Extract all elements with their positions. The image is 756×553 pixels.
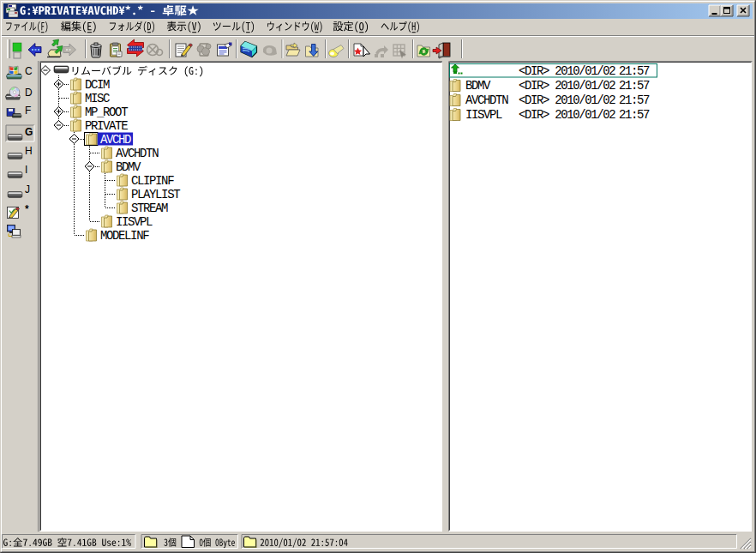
svg-text:BDMV: BDMV bbox=[116, 160, 141, 174]
svg-text:AVCHDTN: AVCHDTN bbox=[465, 93, 508, 107]
svg-text:MISC: MISC bbox=[85, 92, 110, 105]
svg-text:J: J bbox=[25, 183, 30, 195]
svg-text:<DIR> 2010/01/02: <DIR> 2010/01/02 bbox=[519, 64, 615, 78]
svg-text:MP_ROOT: MP_ROOT bbox=[85, 105, 128, 119]
svg-text:*: * bbox=[25, 203, 29, 215]
svg-text:<DIR> 2010/01/02: <DIR> 2010/01/02 bbox=[519, 108, 615, 122]
svg-text:C: C bbox=[25, 65, 33, 77]
svg-text:<DIR> 2010/01/02: <DIR> 2010/01/02 bbox=[519, 93, 615, 107]
svg-text:F: F bbox=[25, 105, 31, 117]
svg-text:CLIPINF: CLIPINF bbox=[131, 174, 174, 188]
svg-text:PLAYLIST: PLAYLIST bbox=[131, 188, 180, 201]
svg-text:AVCHD: AVCHD bbox=[100, 133, 131, 147]
svg-text:I: I bbox=[25, 164, 27, 176]
svg-text:<DIR> 2010/01/02: <DIR> 2010/01/02 bbox=[519, 79, 615, 93]
svg-text:MODELINF: MODELINF bbox=[100, 229, 149, 243]
svg-text:DCIM: DCIM bbox=[85, 78, 110, 92]
svg-text:21:57: 21:57 bbox=[619, 79, 650, 93]
svg-text:IISVPL: IISVPL bbox=[116, 215, 153, 229]
svg-text:STREAM: STREAM bbox=[131, 201, 168, 215]
svg-text:D: D bbox=[25, 87, 33, 99]
svg-text:AVCHDTN: AVCHDTN bbox=[116, 147, 159, 160]
svg-text:21:57: 21:57 bbox=[619, 93, 650, 107]
svg-text:G: G bbox=[25, 126, 33, 138]
svg-text:BDMV: BDMV bbox=[465, 79, 491, 93]
svg-text:21:57: 21:57 bbox=[619, 64, 650, 78]
svg-text:IISVPL: IISVPL bbox=[465, 108, 502, 122]
svg-text:PRIVATE: PRIVATE bbox=[85, 119, 128, 133]
svg-text:21:57: 21:57 bbox=[619, 108, 650, 122]
svg-text:H: H bbox=[25, 145, 33, 157]
